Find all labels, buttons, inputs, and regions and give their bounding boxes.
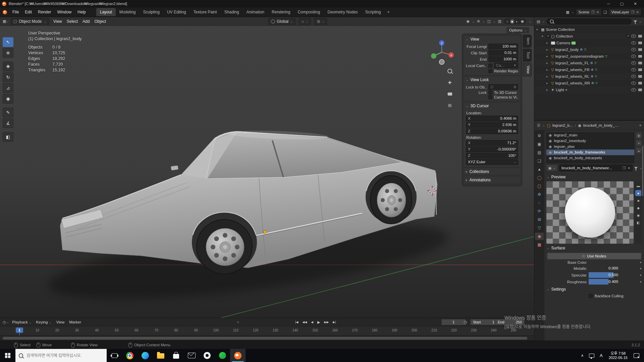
auto-keyframe-toggle[interactable]: ○ [237, 320, 239, 324]
scene-copy-icon[interactable]: ❐ [591, 10, 594, 14]
workspace-tab-compositing[interactable]: Compositing [294, 8, 324, 16]
backface-culling-checkbox[interactable] [589, 294, 593, 298]
prev-keyframe-button[interactable]: ◀◀ [302, 320, 307, 324]
taskbar-app-explorer[interactable] [153, 349, 168, 362]
options-dropdown[interactable]: Options⌄ [506, 27, 529, 33]
focal-length-field[interactable]: 100 mm [488, 44, 518, 49]
navigation-gizmo[interactable]: Z X [426, 36, 457, 66]
preview-plane-button[interactable]: ▬ [635, 183, 641, 189]
viewlayer-selector[interactable]: ViewLayer ❐ ✕ [609, 9, 641, 15]
hide-icon[interactable] [631, 81, 636, 85]
specular-slider[interactable]: 0.500 [589, 272, 638, 278]
workspace-tab-animation[interactable]: Animation [243, 8, 268, 16]
taskbar-app-mail[interactable] [184, 349, 199, 362]
material-browse-dropdown[interactable]: ◉⌄ [546, 165, 557, 171]
ime-indicator[interactable]: A [597, 353, 605, 358]
tool-measure[interactable]: ∡ [3, 118, 13, 128]
menu-render[interactable]: Render [35, 8, 54, 16]
properties-tab-tool[interactable]: ⚙ [535, 132, 544, 139]
ortho-toggle-icon[interactable]: ⊞ [446, 102, 453, 109]
collection-exclude-checkbox[interactable] [627, 35, 630, 38]
menu-file[interactable]: File [9, 8, 22, 16]
selectability-icon[interactable]: ◉ [467, 19, 470, 23]
viewlayer-delete-icon[interactable]: ✕ [636, 10, 639, 14]
outliner-row-light[interactable]: ▸☀ Light● [534, 86, 644, 93]
taskbar-app-obs[interactable] [199, 349, 215, 362]
material-name-field[interactable]: bruckell_m_body_framewor... ❐ ✕ [559, 165, 633, 171]
tool-cursor[interactable]: ⊕ [3, 48, 13, 58]
start-button[interactable] [0, 349, 15, 362]
hide-icon[interactable] [631, 75, 636, 78]
timeline-menu-keying[interactable]: Keying ⌄ [34, 319, 54, 325]
properties-tab-world[interactable]: ◯ [535, 174, 544, 181]
menu-help[interactable]: Help [74, 8, 89, 16]
outliner-row-camera[interactable]: ▸ Camera [534, 40, 644, 46]
n-panel-tab-item[interactable]: Item [523, 35, 531, 47]
proportional-edit-dropdown[interactable]: ◎⌄ [314, 18, 327, 25]
workspace-tab-sculpting[interactable]: Sculpting [140, 8, 163, 16]
timeline-scrollbar[interactable] [3, 337, 527, 340]
workspace-tab-scripting[interactable]: Scripting [362, 8, 385, 16]
render-visibility-icon[interactable] [638, 48, 642, 51]
outliner-row-legran2_suspensiondiagram[interactable]: ▸▽ legran2_suspensiondiagram▽ [534, 53, 644, 60]
properties-tab-output[interactable]: ▤ [535, 149, 544, 156]
tool-rotate[interactable]: ↻ [3, 72, 13, 82]
properties-tab-view-layer[interactable]: ❏ [535, 157, 544, 165]
preview-shaderball-button[interactable]: ◧ [635, 220, 641, 226]
taskbar-clock[interactable]: 오후 7:58 2022-05-15 [605, 351, 631, 360]
panel-header-view-lock[interactable]: ⌄View Lock [464, 76, 521, 83]
use-nodes-button[interactable]: ⊡Use Nodes [547, 253, 641, 259]
frame-end-field[interactable]: End250 [495, 319, 525, 325]
panel-header-surface[interactable]: ⌄Surface [544, 244, 644, 252]
cursor-rotation-y[interactable]: Y-0.000009° [466, 146, 518, 152]
search-input[interactable] [26, 353, 103, 358]
cursor-location-x[interactable]: X0.4066 m [466, 116, 518, 121]
viewport-menu-object[interactable]: Object [92, 18, 108, 25]
transform-orientation-dropdown[interactable]: ◯ Global⌄ [268, 18, 296, 25]
panel-header-annotations[interactable]: ▸Annotations [464, 176, 521, 184]
material-slot[interactable]: ◉legvan_plas [546, 144, 634, 149]
material-unlink-icon[interactable]: ✕ [628, 166, 630, 170]
material-slot[interactable]: ◉bruckell_m_body_intcarpets [546, 155, 634, 161]
workspace-tab-rendering[interactable]: Rendering [268, 8, 294, 16]
outliner-search-input[interactable] [547, 18, 632, 24]
render-region-checkbox[interactable] [488, 69, 492, 73]
task-view-button[interactable] [107, 349, 122, 362]
cursor-rotation-x[interactable]: X71.2° [466, 140, 518, 146]
taskbar-app-whale[interactable] [215, 349, 230, 362]
panel-header-settings[interactable]: ⌄Settings [544, 286, 644, 293]
properties-tab-render[interactable]: ▣ [535, 140, 544, 148]
menu-edit[interactable]: Edit [22, 8, 35, 16]
properties-tab-material[interactable]: ◉ [535, 233, 544, 240]
clip-start-field[interactable]: 0.01 m [488, 50, 518, 56]
scene-browse-icon[interactable]: ▦ [566, 10, 569, 14]
jump-to-start-button[interactable]: |◀ [295, 320, 298, 324]
scene-selector[interactable]: Scene ❐ ✕ [576, 9, 601, 15]
xray-toggle-icon[interactable]: ▥ [498, 19, 501, 23]
playhead-frame-badge[interactable]: 1 [16, 327, 23, 333]
next-keyframe-button[interactable]: ▶▶ [324, 320, 329, 324]
add-workspace-button[interactable]: + [385, 8, 392, 16]
outliner-editor-icon[interactable]: ▤ [537, 19, 540, 24]
panel-header-view[interactable]: ⌄View [464, 36, 521, 43]
outliner-row-legran2_body[interactable]: ▸▽ legran2_body⚙▽ [534, 46, 644, 53]
render-visibility-icon[interactable] [638, 55, 642, 58]
hide-icon[interactable] [631, 61, 636, 65]
outliner-row-legran2_wheels_fl[interactable]: ▸▽ legran2_wheels_FL⚙▽ [534, 60, 644, 66]
hide-icon[interactable] [631, 88, 636, 92]
workspace-tab-layout[interactable]: Layout [96, 8, 116, 16]
workspace-tab-texture-paint[interactable]: Texture Paint [190, 8, 221, 16]
tool-select-box[interactable]: ↖ [3, 37, 13, 47]
hide-icon[interactable] [631, 68, 636, 71]
viewport-3d[interactable]: ▦⌄ ▢ Object Mode ⌄ ViewSelectAddObject ◯… [0, 17, 534, 318]
collection-checkbox[interactable] [546, 35, 550, 38]
mode-dropdown[interactable]: ▢ Object Mode ⌄ [11, 18, 49, 25]
material-slot[interactable]: ◉legran2_innerbody [546, 138, 634, 144]
tool-transform[interactable]: ◉ [3, 94, 13, 104]
hide-icon[interactable] [631, 48, 636, 51]
properties-tab-data[interactable]: ▽ [535, 224, 544, 232]
zoom-icon[interactable] [446, 67, 453, 75]
gizmos-icon[interactable]: ⊕ [477, 19, 480, 23]
tool-add-cube[interactable]: ◧ [3, 132, 13, 142]
slot-specials-button[interactable]: ⌄ [636, 147, 642, 154]
